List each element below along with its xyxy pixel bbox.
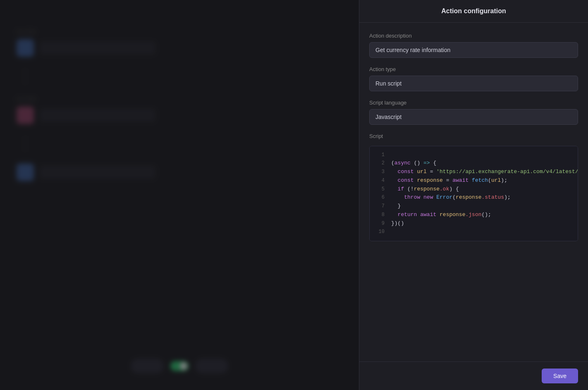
code-line-5: 5 if (!response.ok) { [370, 185, 578, 194]
panel-body: Action description Action type Run scrip… [359, 23, 588, 361]
connector-1 [25, 68, 26, 85]
panel-header: Action configuration [359, 0, 588, 23]
bottom-bar [131, 359, 228, 373]
action-description-label: Action description [369, 33, 578, 39]
code-line-9: 9 })() [370, 219, 578, 228]
node-text-2 [40, 109, 155, 122]
script-language-select[interactable]: Javascript [369, 109, 578, 125]
action-description-group: Action description [369, 33, 578, 58]
action-configuration-panel: Action configuration Action description … [359, 0, 588, 390]
action-type-select[interactable]: Run script [369, 76, 578, 91]
section-label-1: filter [17, 29, 342, 35]
code-line-8: 8 return await response.json(); [370, 211, 578, 219]
code-editor[interactable]: 1 2 (async () => { 3 const url = 'https:… [369, 146, 578, 241]
node-row-2 [17, 107, 342, 124]
code-line-3: 3 const url = 'https://api.exchangerate-… [370, 168, 578, 176]
action-type-group: Action type Run script [369, 66, 578, 91]
action-description-input[interactable] [369, 42, 578, 58]
script-language-label: Script language [369, 100, 578, 106]
code-line-7: 7 } [370, 202, 578, 211]
action-type-label: Action type [369, 66, 578, 72]
node-text-3 [40, 166, 155, 179]
panel-footer: Save [359, 361, 588, 390]
toggle-switch [170, 361, 189, 371]
node-icon-2 [17, 107, 34, 124]
code-line-6: 6 throw new Error(response.status); [370, 193, 578, 202]
code-line-4: 4 const response = await fetch(url); [370, 176, 578, 185]
panel-title: Action configuration [369, 7, 578, 15]
bottom-button-1 [131, 359, 164, 373]
save-button[interactable]: Save [542, 369, 578, 383]
node-text-1 [40, 41, 155, 55]
section-label-2: filter [17, 96, 342, 102]
node-icon-1 [17, 39, 34, 57]
code-line-2: 2 (async () => { [370, 159, 578, 168]
script-language-group: Script language Javascript [369, 100, 578, 125]
code-line-1: 1 [370, 151, 578, 159]
connector-2 [25, 136, 26, 152]
node-row-3 [17, 164, 342, 181]
script-label: Script [369, 133, 578, 139]
code-line-10: 10 [370, 228, 578, 236]
node-row-1 [17, 39, 342, 57]
node-icon-3 [17, 164, 34, 181]
bottom-button-2 [195, 359, 228, 373]
workflow-canvas: filter filter [0, 0, 359, 390]
script-group: Script 1 2 (async () => { 3 const url = … [369, 133, 578, 241]
